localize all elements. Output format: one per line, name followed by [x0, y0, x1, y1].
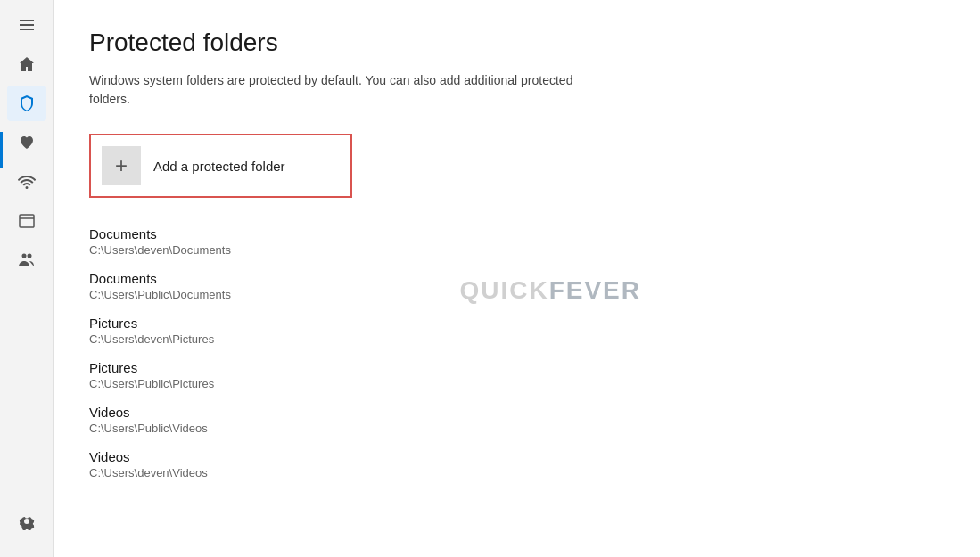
folder-name: Documents — [89, 271, 944, 286]
svg-point-5 — [21, 254, 26, 258]
sidebar-item-network[interactable] — [7, 164, 46, 200]
folder-name: Pictures — [89, 315, 944, 331]
home-icon — [18, 55, 36, 73]
menu-icon — [18, 16, 36, 34]
sidebar-item-apps[interactable] — [7, 203, 46, 239]
folder-path: C:\Users\Public\Pictures — [89, 377, 944, 390]
add-icon-box: + — [102, 146, 141, 185]
sidebar-bottom — [7, 504, 46, 543]
sidebar-item-settings[interactable] — [7, 504, 46, 539]
folder-path: C:\Users\Public\Videos — [89, 422, 944, 435]
folder-item: Documents C:\Users\Public\Documents — [89, 264, 944, 308]
folder-name: Videos — [89, 449, 944, 464]
svg-rect-2 — [20, 29, 34, 30]
folder-item: Videos C:\Users\Public\Videos — [89, 397, 944, 442]
sidebar — [0, 0, 54, 557]
folder-path: C:\Users\deven\Videos — [89, 466, 944, 479]
sidebar-item-family[interactable] — [7, 242, 46, 278]
folder-name: Documents — [89, 226, 944, 242]
wifi-icon — [18, 173, 36, 191]
folder-name: Videos — [89, 405, 944, 420]
folder-item: Pictures C:\Users\deven\Pictures — [89, 308, 944, 353]
folder-path: C:\Users\deven\Pictures — [89, 332, 944, 346]
sidebar-item-home[interactable] — [7, 46, 46, 82]
folder-item: Pictures C:\Users\Public\Pictures — [89, 353, 944, 397]
main-content: Protected folders Windows system folders… — [54, 0, 980, 557]
svg-rect-3 — [20, 215, 34, 227]
family-icon — [18, 251, 36, 269]
shield-icon — [18, 94, 36, 112]
active-indicator — [0, 132, 3, 168]
svg-point-6 — [27, 254, 31, 258]
sidebar-item-menu[interactable] — [7, 7, 46, 43]
page-description: Windows system folders are protected by … — [89, 71, 589, 109]
folder-name: Pictures — [89, 360, 944, 375]
folder-item: Videos C:\Users\deven\Videos — [89, 442, 944, 487]
page-title: Protected folders — [89, 29, 944, 57]
add-folder-label: Add a protected folder — [153, 159, 285, 174]
plus-icon: + — [115, 155, 128, 176]
folder-path: C:\Users\deven\Documents — [89, 243, 944, 257]
svg-rect-0 — [20, 20, 34, 21]
sidebar-item-health[interactable] — [7, 125, 46, 160]
browser-icon — [18, 212, 36, 230]
folder-list: Documents C:\Users\deven\Documents Docum… — [89, 219, 944, 487]
settings-icon — [18, 512, 36, 530]
heart-icon — [18, 134, 36, 152]
add-protected-folder-button[interactable]: + Add a protected folder — [89, 134, 352, 198]
folder-path: C:\Users\Public\Documents — [89, 288, 944, 301]
svg-rect-1 — [20, 24, 34, 26]
folder-item: Documents C:\Users\deven\Documents — [89, 219, 944, 264]
sidebar-item-shield[interactable] — [7, 86, 46, 121]
